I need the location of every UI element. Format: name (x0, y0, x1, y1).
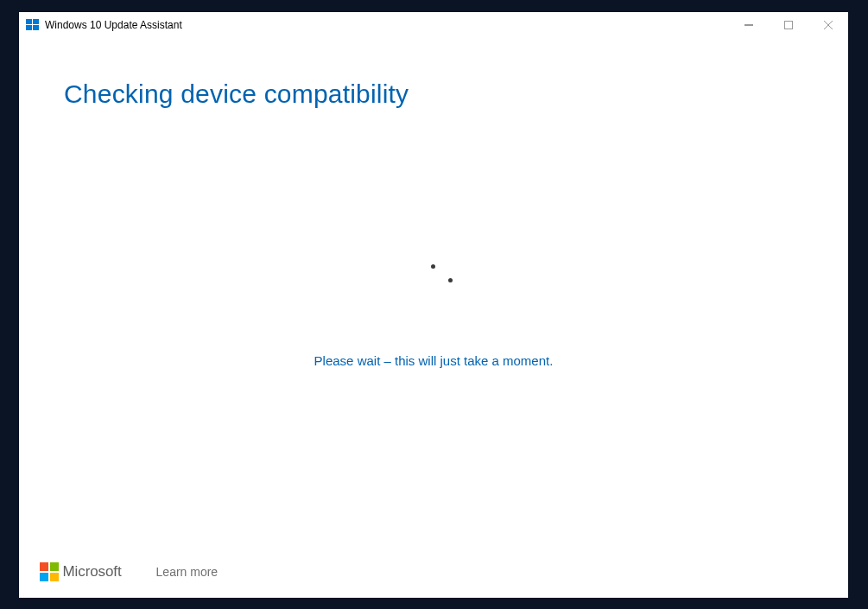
titlebar: Windows 10 Update Assistant (19, 12, 848, 38)
window-controls (729, 12, 848, 38)
spinner-icon (412, 263, 455, 306)
logo-square-green (50, 562, 59, 571)
microsoft-logo-icon (40, 562, 59, 581)
microsoft-logo-text: Microsoft (63, 563, 122, 580)
logo-square-blue (40, 573, 48, 581)
windows-logo-icon (26, 18, 40, 32)
svg-rect-1 (33, 19, 39, 24)
logo-square-yellow (50, 573, 59, 581)
close-button[interactable] (808, 12, 848, 38)
status-text: Please wait – this will just take a mome… (314, 353, 554, 368)
svg-rect-2 (26, 25, 32, 30)
spinner-dot (448, 278, 453, 282)
minimize-button[interactable] (729, 12, 769, 38)
microsoft-logo: Microsoft (40, 562, 122, 581)
content-area: Checking device compatibility Please wai… (19, 38, 848, 546)
progress-area: Please wait – this will just take a mome… (19, 263, 848, 368)
svg-rect-0 (26, 19, 32, 24)
svg-rect-5 (785, 22, 793, 29)
page-heading: Checking device compatibility (64, 79, 803, 109)
learn-more-link[interactable]: Learn more (156, 565, 219, 579)
spinner-dot (431, 264, 435, 269)
maximize-button[interactable] (769, 12, 808, 38)
svg-rect-3 (33, 25, 39, 30)
logo-square-red (40, 562, 48, 571)
window-title: Windows 10 Update Assistant (45, 19, 182, 31)
footer: Microsoft Learn more (19, 546, 848, 598)
app-window: Windows 10 Update Assistant Checking dev… (19, 12, 848, 598)
